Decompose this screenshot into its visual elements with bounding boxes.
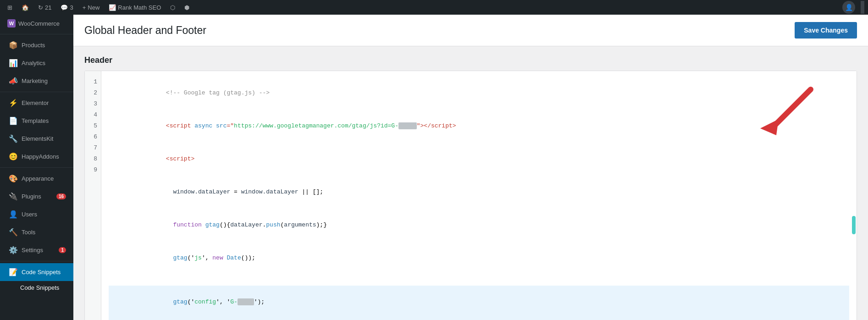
woo-icon: W — [7, 19, 16, 28]
rank-math-icon: 📈 — [109, 4, 116, 11]
code-content[interactable]: <!-- Google tag (gtag.js) --> <script as… — [101, 71, 857, 320]
sidebar-item-settings[interactable]: ⚙️ Settings 1 — [0, 241, 73, 259]
code-editor-inner: 1 2 3 4 5 6 7 8 9 — [85, 71, 857, 320]
new-content-link[interactable]: + New — [79, 0, 104, 15]
marketing-icon: 📣 — [9, 77, 18, 85]
code-line-2: <script async src="https://www.googletag… — [109, 110, 849, 143]
appearance-icon: 🎨 — [9, 174, 18, 183]
header-section-title: Header — [84, 55, 857, 65]
user-avatar[interactable]: 👤 — [842, 1, 855, 14]
admin-bar: ⊞ 🏠 ↻ 21 💬 3 + New 📈 Rank Math SEO ⬡ ⬢ 👤 — [0, 0, 868, 15]
templates-icon: 📄 — [9, 116, 18, 125]
appearance-label: Appearance — [22, 175, 54, 182]
plugin-icon-1[interactable]: ⬡ — [166, 0, 179, 15]
sidebar-item-marketing[interactable]: 📣 Marketing — [0, 72, 73, 90]
code-snippets-label: Code Snippets — [22, 269, 61, 276]
settings-icon: ⚙️ — [9, 246, 18, 254]
home-icon: 🏠 — [22, 4, 29, 11]
plugin-icon-2[interactable]: ⬢ — [181, 0, 193, 15]
header-code-editor[interactable]: 1 2 3 4 5 6 7 8 9 — [84, 71, 857, 320]
content-area: Global Header and Footer Save Changes He… — [73, 15, 868, 320]
sidebar-subitem-code-snippets[interactable]: Code Snippets — [0, 281, 73, 294]
page-header: Global Header and Footer Save Changes — [73, 15, 868, 46]
settings-label: Settings — [22, 247, 43, 254]
editor-scrollbar[interactable] — [852, 216, 856, 234]
sidebar-item-elementor[interactable]: ⚡ Elementor — [0, 94, 73, 112]
tools-label: Tools — [22, 229, 35, 236]
products-icon: 📦 — [9, 41, 18, 50]
wp-logo-icon: ⊞ — [7, 4, 12, 11]
sidebar-item-users[interactable]: 👤 Users — [0, 205, 73, 223]
tools-icon: 🔨 — [9, 228, 18, 237]
sidebar-item-happyaddons[interactable]: 😊 HappyAddons — [0, 148, 73, 166]
main-content: Header 1 2 3 4 5 6 7 8 — [73, 46, 868, 320]
happyaddons-icon: 😊 — [9, 152, 18, 161]
plugin-logo-2: ⬢ — [184, 4, 189, 11]
elementor-icon: ⚡ — [9, 99, 18, 107]
plugin-logo-1: ⬡ — [170, 4, 175, 11]
sidebar-item-analytics[interactable]: 📊 Analytics — [0, 54, 73, 72]
sidebar-item-woocommerce[interactable]: W WooCommerce — [0, 15, 73, 32]
templates-label: Templates — [22, 117, 49, 124]
products-label: Products — [22, 42, 45, 49]
code-line-8: gtag('config', 'G- '); — [109, 286, 849, 319]
analytics-label: Analytics — [22, 60, 45, 66]
happyaddons-label: HappyAddons — [22, 153, 59, 160]
comment-count: 3 — [70, 4, 73, 11]
code-snippets-icon: 📝 — [9, 268, 18, 276]
code-snippets-sub-label: Code Snippets — [20, 284, 59, 291]
rank-math-link[interactable]: 📈 Rank Math SEO — [105, 0, 165, 15]
settings-badge: 1 — [59, 247, 66, 253]
main-layout: W WooCommerce 📦 Products 📊 Analytics 📣 M… — [0, 15, 868, 320]
update-count: 21 — [45, 4, 51, 11]
collapse-handle[interactable] — [861, 1, 864, 14]
users-label: Users — [22, 211, 37, 218]
code-line-4: window.dataLayer = window.dataLayer || [… — [109, 176, 849, 209]
marketing-label: Marketing — [22, 77, 48, 84]
line-numbers: 1 2 3 4 5 6 7 8 9 — [85, 71, 101, 320]
elementskit-icon: 🔧 — [9, 134, 18, 143]
sidebar-item-products[interactable]: 📦 Products — [0, 36, 73, 54]
page-title: Global Header and Footer — [84, 24, 206, 37]
sidebar: W WooCommerce 📦 Products 📊 Analytics 📣 M… — [0, 15, 73, 320]
sidebar-item-appearance[interactable]: 🎨 Appearance — [0, 170, 73, 188]
comment-token: <!-- Google tag (gtag.js) --> — [166, 89, 270, 96]
code-line-1: <!-- Google tag (gtag.js) --> — [109, 77, 849, 110]
sidebar-divider-4 — [0, 261, 73, 261]
elementskit-label: ElementsKit — [22, 135, 53, 142]
wp-logo-link[interactable]: ⊞ — [4, 0, 16, 15]
rank-math-label: Rank Math SEO — [118, 4, 161, 11]
analytics-icon: 📊 — [9, 59, 18, 67]
elementor-label: Elementor — [22, 99, 49, 106]
plugins-label: Plugins — [22, 193, 41, 200]
sidebar-item-code-snippets[interactable]: 📝 Code Snippets — [0, 263, 73, 281]
sidebar-item-tools[interactable]: 🔨 Tools — [0, 223, 73, 241]
sidebar-divider-3 — [0, 167, 73, 168]
plugins-badge: 16 — [56, 193, 66, 199]
sidebar-divider-2 — [0, 92, 73, 92]
sidebar-divider-1 — [0, 34, 73, 34]
sidebar-item-plugins[interactable]: 🔌 Plugins 16 — [0, 188, 73, 205]
tag-token-2: <script — [166, 122, 194, 129]
updates-link[interactable]: ↻ 21 — [34, 0, 55, 15]
new-label: New — [88, 4, 100, 11]
save-changes-button[interactable]: Save Changes — [795, 22, 857, 39]
sidebar-item-elementskit[interactable]: 🔧 ElementsKit — [0, 130, 73, 148]
header-section: Header 1 2 3 4 5 6 7 8 — [84, 55, 857, 320]
plugins-icon: 🔌 — [9, 192, 18, 201]
comments-icon: 💬 — [61, 4, 68, 11]
code-line-7 — [109, 275, 849, 286]
sidebar-item-templates[interactable]: 📄 Templates — [0, 112, 73, 130]
home-link[interactable]: 🏠 — [18, 0, 33, 15]
code-line-6: gtag('js', new Date()); — [109, 242, 849, 275]
new-icon: + — [83, 4, 86, 11]
comments-link[interactable]: 💬 3 — [57, 0, 77, 15]
code-line-3: <script> — [109, 143, 849, 176]
updates-icon: ↻ — [38, 4, 43, 11]
users-icon: 👤 — [9, 210, 18, 219]
woo-label: WooCommerce — [18, 20, 60, 27]
code-line-5: function gtag(){dataLayer.push(arguments… — [109, 209, 849, 242]
